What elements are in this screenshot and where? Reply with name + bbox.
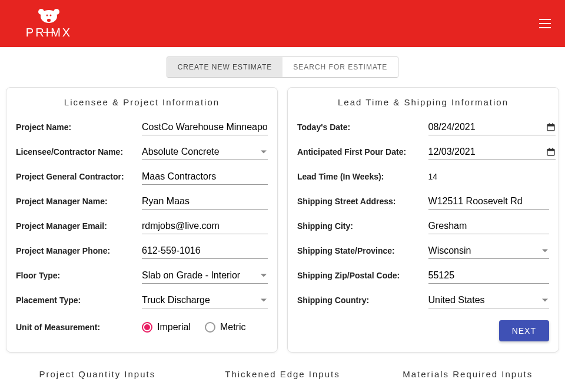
today-date-input[interactable] bbox=[428, 119, 546, 135]
floor-type-label: Floor Type: bbox=[16, 271, 142, 280]
calendar-icon bbox=[546, 122, 556, 132]
pm-phone-input[interactable] bbox=[142, 243, 268, 259]
radio-unchecked-icon bbox=[205, 322, 215, 333]
materials-required-title: Materials Required Inputs bbox=[381, 369, 554, 379]
unit-metric-radio[interactable]: Metric bbox=[205, 322, 246, 333]
menu-icon[interactable] bbox=[537, 16, 553, 31]
placement-type-label: Placement Type: bbox=[16, 295, 142, 305]
state-label: Shipping State/Province: bbox=[297, 246, 428, 255]
next-button[interactable]: NEXT bbox=[499, 320, 549, 341]
licensee-project-card: Licensee & Project Information Project N… bbox=[6, 87, 278, 353]
gc-input[interactable] bbox=[142, 169, 268, 185]
gc-label: Project General Contractor: bbox=[16, 172, 142, 181]
state-select[interactable]: Wisconsin bbox=[428, 243, 549, 259]
svg-rect-11 bbox=[552, 123, 553, 125]
licensee-select[interactable]: Absolute Concrete bbox=[142, 144, 268, 160]
pour-date-input[interactable] bbox=[428, 144, 546, 160]
pm-name-input[interactable] bbox=[142, 194, 268, 210]
lead-time-label: Lead Time (In Weeks): bbox=[297, 172, 428, 181]
svg-rect-14 bbox=[549, 148, 549, 150]
zip-label: Shipping Zip/Postal Code: bbox=[297, 271, 428, 280]
pm-name-label: Project Manager Name: bbox=[16, 197, 142, 206]
app-header: PRIMX bbox=[0, 0, 565, 47]
tab-bar: CREATE NEW ESTIMATE SEARCH FOR ESTIMATE bbox=[0, 57, 565, 78]
svg-point-4 bbox=[50, 15, 52, 16]
unit-label: Unit of Measurement: bbox=[16, 323, 142, 332]
pm-email-label: Project Manager Email: bbox=[16, 221, 142, 231]
radio-checked-icon bbox=[142, 322, 152, 333]
calendar-icon bbox=[546, 147, 556, 157]
licensee-card-title: Licensee & Project Information bbox=[16, 97, 268, 107]
project-name-input[interactable] bbox=[142, 119, 268, 135]
unit-metric-label: Metric bbox=[220, 322, 246, 333]
tab-create-estimate[interactable]: CREATE NEW ESTIMATE bbox=[167, 57, 283, 77]
svg-rect-9 bbox=[547, 124, 554, 126]
pour-date-label: Anticipated First Pour Date: bbox=[297, 147, 428, 157]
city-input[interactable] bbox=[428, 218, 549, 234]
placement-type-select[interactable]: Truck Discharge bbox=[142, 293, 268, 308]
thickened-edge-title: Thickened Edge Inputs bbox=[196, 369, 370, 379]
shipping-card-title: Lead Time & Shipping Information bbox=[297, 97, 549, 107]
pm-email-input[interactable] bbox=[142, 218, 268, 234]
svg-rect-13 bbox=[547, 149, 554, 151]
pm-phone-label: Project Manager Phone: bbox=[16, 246, 142, 255]
svg-point-2 bbox=[54, 9, 59, 15]
country-select[interactable]: United States bbox=[428, 293, 549, 308]
project-quantity-title: Project Quantity Inputs bbox=[11, 369, 184, 379]
today-date-label: Today's Date: bbox=[297, 122, 428, 132]
svg-rect-15 bbox=[552, 148, 553, 150]
street-input[interactable] bbox=[428, 194, 549, 210]
svg-point-1 bbox=[38, 9, 44, 15]
primx-logo-svg: PRIMX bbox=[14, 7, 84, 40]
city-label: Shipping City: bbox=[297, 221, 428, 231]
unit-imperial-label: Imperial bbox=[157, 322, 191, 333]
unit-imperial-radio[interactable]: Imperial bbox=[142, 322, 191, 333]
project-name-label: Project Name: bbox=[16, 122, 142, 132]
floor-type-select[interactable]: Slab on Grade - Interior bbox=[142, 268, 268, 284]
bottom-section-titles: Project Quantity Inputs Thickened Edge I… bbox=[0, 353, 565, 379]
svg-rect-5 bbox=[47, 19, 51, 22]
lead-time-shipping-card: Lead Time & Shipping Information Today's… bbox=[287, 87, 559, 353]
licensee-label: Licensee/Contractor Name: bbox=[16, 147, 142, 157]
brand-logo: PRIMX bbox=[14, 7, 84, 40]
tab-search-estimate[interactable]: SEARCH FOR ESTIMATE bbox=[282, 57, 398, 77]
zip-input[interactable] bbox=[428, 268, 549, 284]
street-label: Shipping Street Address: bbox=[297, 197, 428, 206]
svg-rect-10 bbox=[549, 123, 549, 125]
lead-time-value: 14 bbox=[428, 172, 438, 181]
country-label: Shipping Country: bbox=[297, 295, 428, 305]
svg-point-3 bbox=[46, 15, 48, 16]
